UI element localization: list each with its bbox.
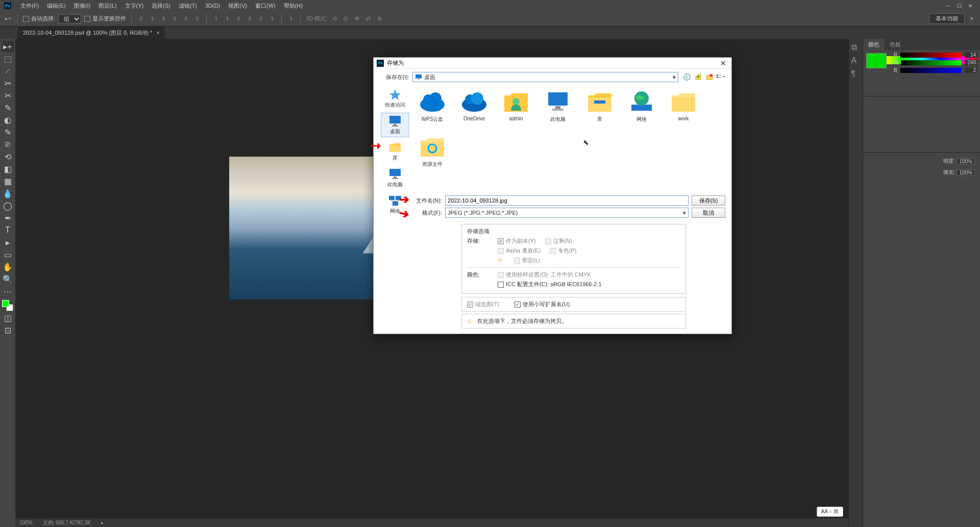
place-desktop[interactable]: 桌面	[381, 113, 409, 137]
blur-tool[interactable]: 💧	[2, 188, 14, 199]
color-tab[interactable]: 颜色	[863, 39, 885, 50]
type-tool[interactable]: T	[2, 224, 14, 236]
spot-checkbox[interactable]: 专色(P)	[550, 247, 577, 255]
current-color-swatch[interactable]	[866, 53, 887, 68]
eraser-tool[interactable]: ◧	[2, 163, 14, 174]
menu-3d[interactable]: 3D(D)	[201, 3, 224, 9]
save-in-dropdown[interactable]: 桌面 ▾	[412, 72, 678, 82]
place-network[interactable]: 网络	[381, 192, 409, 217]
alpha-checkbox[interactable]: Alpha 通道(E)	[498, 247, 541, 255]
view-menu-icon[interactable]	[716, 72, 725, 82]
document-tab[interactable]: 2022-10-04_093128.psd @ 100% (图层 0, RGB/…	[18, 27, 165, 39]
lasso-tool[interactable]: ⟋	[2, 65, 14, 77]
move-tool[interactable]: ▸+	[2, 41, 14, 52]
zoom-icon[interactable]: ⊕	[375, 15, 383, 23]
distribute-icon[interactable]: ⫴	[212, 15, 220, 23]
file-item-wps[interactable]: WPS云盘	[412, 88, 452, 131]
place-quickaccess[interactable]: 快速访问	[381, 86, 409, 111]
save-button[interactable]: 保存(S)	[692, 195, 725, 206]
quick-selection-tool[interactable]: ✂	[2, 78, 14, 89]
file-item-thispc[interactable]: 此电脑	[538, 88, 578, 131]
hand-tool[interactable]: ✋	[2, 261, 14, 272]
tab-close-icon[interactable]: ×	[156, 30, 159, 36]
color-picker[interactable]	[2, 300, 13, 311]
auto-select-dropdown[interactable]: 组	[58, 14, 81, 23]
maximize-button[interactable]: ☐	[953, 1, 965, 10]
thumbnail-checkbox[interactable]: ✓缩览图(T)	[467, 300, 499, 308]
history-panel-icon[interactable]: ⧉	[851, 43, 861, 52]
distribute-icon[interactable]: ⫴	[246, 15, 254, 23]
b-slider[interactable]	[900, 68, 962, 73]
gradient-tool[interactable]: ▦	[2, 175, 14, 187]
align-icon[interactable]: ⫴	[193, 15, 201, 23]
quick-mask-tool[interactable]: ◫	[2, 312, 14, 323]
up-icon[interactable]	[694, 72, 703, 82]
auto-select-checkbox[interactable]: 自动选择:	[23, 15, 55, 22]
pen-tool[interactable]: ✒	[2, 212, 14, 223]
ime-indicator[interactable]: AA ○ 简	[817, 507, 843, 517]
proof-checkbox[interactable]: 使用校样设置(O): 工作中的 CMYK	[498, 271, 591, 279]
file-item-onedrive[interactable]: OneDrive	[454, 88, 494, 131]
rectangle-tool[interactable]: ▭	[2, 249, 14, 260]
arrange-icon[interactable]: ⫴	[287, 15, 295, 23]
slide-icon[interactable]: ⇄	[364, 15, 372, 23]
history-brush-tool[interactable]: ⟲	[2, 151, 14, 162]
dialog-titlebar[interactable]: Ps 存储为 ✕	[374, 58, 731, 69]
g-slider[interactable]	[901, 60, 962, 65]
eyedropper-tool[interactable]: ✎	[2, 102, 14, 113]
place-library[interactable]: 库	[381, 139, 409, 164]
character-panel-icon[interactable]: A	[851, 56, 861, 65]
path-selection-tool[interactable]: ▸	[2, 237, 14, 248]
as-copy-checkbox[interactable]: ✓作为副本(Y)	[498, 237, 536, 245]
show-transform-checkbox[interactable]: 显示变换控件	[84, 15, 126, 22]
menu-help[interactable]: 帮助(H)	[280, 2, 307, 10]
back-icon[interactable]	[682, 72, 692, 82]
distribute-icon[interactable]: ⫴	[223, 15, 231, 23]
rotate-icon[interactable]: ◎	[341, 15, 350, 23]
pan-icon[interactable]: ✥	[353, 15, 361, 23]
workspace-switcher[interactable]: 基本功能	[929, 13, 965, 24]
menu-window[interactable]: 窗口(W)	[251, 2, 280, 10]
screen-mode-tool[interactable]: ⊡	[2, 324, 14, 336]
cancel-button[interactable]: 取消	[692, 208, 725, 218]
doc-size[interactable]: 文档: 586.7 K/782.3K	[43, 519, 91, 526]
tool-menu[interactable]: ⋯	[2, 286, 14, 297]
orbit-icon[interactable]: ⟲	[330, 15, 338, 23]
file-item-work[interactable]: work	[664, 88, 703, 131]
align-icon[interactable]: ⫴	[137, 15, 145, 23]
align-icon[interactable]: ⫴	[159, 15, 167, 23]
foreground-color[interactable]	[2, 300, 9, 307]
r-value[interactable]: 14	[965, 52, 977, 58]
menu-view[interactable]: 视图(V)	[224, 2, 251, 10]
filename-input[interactable]	[445, 195, 689, 206]
place-thispc[interactable]: 此电脑	[381, 166, 409, 190]
dialog-close-button[interactable]: ✕	[718, 59, 728, 68]
dodge-tool[interactable]: ◯	[2, 200, 14, 211]
distribute-icon[interactable]: ⫴	[268, 15, 276, 23]
layers-checkbox[interactable]: 图层(L)	[514, 257, 540, 264]
workspace-menu-icon[interactable]: ▾	[968, 15, 976, 23]
menu-edit[interactable]: 编辑(E)	[43, 2, 70, 10]
g-value[interactable]: 248	[965, 60, 977, 65]
file-grid[interactable]: WPS云盘 OneDrive admin 此电脑	[410, 86, 725, 193]
crop-tool[interactable]: ✂	[2, 90, 14, 101]
marquee-tool[interactable]: ⬚	[2, 53, 14, 64]
distribute-icon[interactable]: ⫴	[234, 15, 242, 23]
paragraph-panel-icon[interactable]: ¶	[851, 69, 861, 79]
fill-value[interactable]: 100%	[957, 169, 975, 176]
align-icon[interactable]: ⫴	[170, 15, 179, 23]
file-item-resources[interactable]: 资源文件	[412, 133, 452, 176]
close-button[interactable]: ✕	[965, 1, 976, 10]
new-folder-icon[interactable]	[705, 72, 714, 82]
menu-select[interactable]: 选择(S)	[148, 2, 175, 10]
file-item-admin[interactable]: admin	[496, 88, 536, 131]
format-dropdown[interactable]: JPEG (*.JPG;*.JPEG;*.JPE)▾	[445, 208, 689, 218]
menu-type[interactable]: 文字(Y)	[121, 2, 148, 10]
clone-stamp-tool[interactable]: ⎚	[2, 139, 14, 150]
file-item-network[interactable]: 网络	[622, 88, 662, 131]
icc-checkbox[interactable]: ICC 配置文件(C): sRGB IEC61966-2.1	[498, 281, 602, 288]
minimize-button[interactable]: ─	[942, 1, 953, 10]
zoom-tool[interactable]: 🔍	[2, 273, 14, 285]
menu-filter[interactable]: 滤镜(T)	[175, 2, 201, 10]
menu-file[interactable]: 文件(F)	[16, 2, 43, 10]
